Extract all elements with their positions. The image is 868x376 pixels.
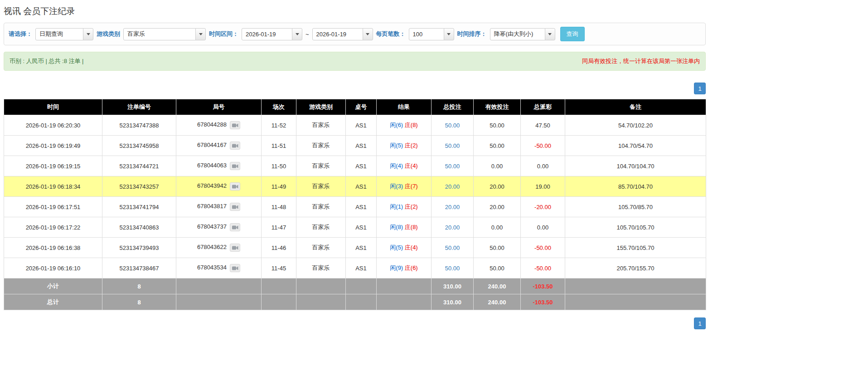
cell-total-bet: 20.00 [432,176,474,197]
footer-label: 总计 [4,294,102,310]
column-header: 游戏类别 [296,99,346,115]
pagination-top: 1 [4,83,706,94]
chevron-down-icon [199,33,203,35]
date-from-input[interactable] [242,28,292,40]
video-icon[interactable] [230,142,240,150]
cell-payout: 0.00 [521,217,565,238]
date-to-input[interactable] [312,28,363,40]
cell-result: 闲(6) 庄(8) [377,115,432,136]
total-bet-link[interactable]: 50.00 [445,244,460,251]
total-bet-link[interactable]: 20.00 [445,204,460,210]
cell-payout: -50.00 [521,238,565,258]
cell-table-number: AS1 [346,156,377,176]
cell-time: 2026-01-19 06:20:30 [4,115,102,136]
cell-time: 2026-01-19 06:19:49 [4,136,102,156]
page: 视讯 会员下注纪录 请选择： 游戏类别 时间区间： ~ 每页笔数： 时间排序： [4,5,706,329]
page-button[interactable]: 1 [694,83,706,94]
game-type-input[interactable] [123,28,196,40]
cell-remark: 205.70/155.70 [565,258,706,278]
video-icon[interactable] [230,162,240,170]
cell-bet-id: 523134743257 [102,176,176,197]
video-icon[interactable] [230,264,240,272]
sort-input[interactable] [490,28,545,40]
round-number: 678043942 [197,182,227,189]
cell-session: 11-46 [262,238,296,258]
footer-empty-cell [346,294,377,310]
chevron-down-icon [548,33,552,35]
page-size-input[interactable] [409,28,444,40]
total-bet-link[interactable]: 50.00 [445,265,460,272]
date-from-dropdown-button[interactable] [292,28,302,40]
total-bet-link[interactable]: 50.00 [445,122,460,129]
video-icon[interactable] [230,182,240,190]
bets-table: 时间注单编号局号场次游戏类别桌号结果总投注有效投注总派彩备注 2026-01-1… [4,99,706,310]
query-type-dropdown-button[interactable] [83,28,93,40]
summary-currency-count: 币别 : 人民币 | 总共 :8 注单 | [10,57,84,65]
footer-empty-cell [296,278,346,294]
cell-table-number: AS1 [346,258,377,278]
round-number: 678044063 [197,162,227,169]
footer-total-bet: 310.00 [432,294,474,310]
search-button[interactable]: 查询 [560,27,585,41]
result-player: 闲(1) [390,203,403,210]
table-row: 2026-01-19 06:19:15523134744721678044063… [4,156,706,176]
footer-empty-cell [176,278,262,294]
cell-remark: 105.70/85.70 [565,197,706,217]
cell-round: 678044063 [176,156,262,176]
sort-dropdown-button[interactable] [545,28,555,40]
cell-session: 11-52 [262,115,296,136]
cell-total-bet: 20.00 [432,217,474,238]
cell-game-type: 百家乐 [296,136,346,156]
page-size-label: 每页笔数： [376,30,406,38]
cell-remark: 155.70/105.70 [565,238,706,258]
cell-result: 闲(3) 庄(7) [377,176,432,197]
column-header: 桌号 [346,99,377,115]
footer-valid-bet: 240.00 [474,278,521,294]
cell-round: 678043534 [176,258,262,278]
column-header: 总派彩 [521,99,565,115]
cell-payout: 19.00 [521,176,565,197]
total-bet-link[interactable]: 50.00 [445,142,460,149]
total-bet-link[interactable]: 20.00 [445,183,460,190]
game-type-combobox [123,28,206,40]
total-bet-link[interactable]: 20.00 [445,224,460,231]
cell-valid-bet: 50.00 [474,238,521,258]
cell-session: 11-47 [262,217,296,238]
page-size-dropdown-button[interactable] [444,28,454,40]
footer-empty-cell [176,294,262,310]
date-to-dropdown-button[interactable] [363,28,373,40]
sort-label: 时间排序： [457,30,487,38]
cell-total-bet: 50.00 [432,156,474,176]
footer-total-bet: 310.00 [432,278,474,294]
footer-empty-cell [262,294,296,310]
time-range-label: 时间区间： [209,30,238,38]
game-type-label: 游戏类别 [97,30,120,38]
video-icon[interactable] [230,121,240,129]
cell-result: 闲(5) 庄(4) [377,238,432,258]
result-player: 闲(6) [390,122,403,128]
cell-bet-id: 523134738467 [102,258,176,278]
cell-table-number: AS1 [346,176,377,197]
cell-result: 闲(9) 庄(6) [377,258,432,278]
cell-valid-bet: 20.00 [474,197,521,217]
footer-count: 8 [102,278,176,294]
video-icon[interactable] [230,203,240,211]
footer-label: 小计 [4,278,102,294]
query-type-label: 请选择： [9,30,32,38]
page-size-combobox [409,28,454,40]
result-player: 闲(3) [390,183,403,190]
query-type-input[interactable] [35,28,83,40]
cell-time: 2026-01-19 06:16:38 [4,238,102,258]
result-banker: 庄(4) [405,162,418,169]
total-bet-link[interactable]: 50.00 [445,163,460,170]
page-button[interactable]: 1 [694,317,706,329]
table-body: 2026-01-19 06:20:30523134747388678044288… [4,115,706,278]
game-type-dropdown-button[interactable] [195,28,206,40]
video-icon[interactable] [230,223,240,231]
cell-table-number: AS1 [346,217,377,238]
video-icon[interactable] [230,244,240,252]
cell-valid-bet: 50.00 [474,258,521,278]
cell-session: 11-49 [262,176,296,197]
cell-game-type: 百家乐 [296,258,346,278]
cell-result: 闲(4) 庄(4) [377,156,432,176]
